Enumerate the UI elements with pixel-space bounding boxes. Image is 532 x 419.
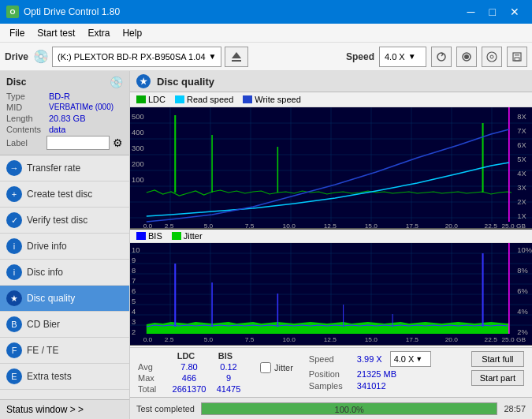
minimize-button[interactable]: ─ — [461, 5, 482, 19]
samples-row: Samples 341012 — [309, 381, 456, 391]
svg-text:7.5: 7.5 — [245, 336, 255, 343]
start-full-button[interactable]: Start full — [471, 351, 524, 367]
top-chart-svg: 500 400 300 200 100 8X 7X 6X 5X 4X 3X 2X… — [130, 107, 532, 230]
total-label: Total — [138, 384, 166, 394]
toolbar-cdburn-button[interactable] — [482, 47, 502, 67]
svg-text:17.5: 17.5 — [406, 336, 419, 343]
jitter-row: Jitter — [260, 362, 293, 373]
sidebar-item-extra-tests[interactable]: E Extra tests — [0, 364, 129, 390]
eject-button[interactable] — [225, 47, 248, 67]
svg-text:15.0: 15.0 — [365, 336, 378, 343]
label-settings-icon[interactable]: ⚙ — [113, 137, 123, 149]
speed-value: 4.0 X — [385, 52, 405, 62]
status-window-label: Status window > > — [6, 404, 84, 415]
bis-color — [136, 232, 146, 240]
transfer-rate-icon: → — [6, 160, 22, 176]
disc-label-row: Label ⚙ — [6, 136, 123, 150]
svg-text:2.5: 2.5 — [165, 223, 174, 230]
type-label: Type — [6, 92, 46, 101]
sidebar-item-drive-info[interactable]: i Drive info — [0, 234, 129, 260]
svg-text:4%: 4% — [517, 308, 528, 316]
speed-select[interactable]: 4.0 X ▼ — [390, 351, 431, 367]
avg-label: Avg — [138, 362, 166, 372]
jitter-checkbox[interactable] — [260, 362, 271, 373]
disc-icon[interactable]: 💿 — [110, 76, 123, 88]
menu-extra[interactable]: Extra — [81, 26, 116, 40]
svg-text:4: 4 — [132, 308, 136, 316]
menu-bar: File Start test Extra Help — [0, 24, 532, 43]
speed-dropdown[interactable]: 4.0 X ▼ — [379, 47, 426, 67]
sidebar-item-create-test-disc[interactable]: + Create test disc — [0, 181, 129, 208]
toolbar-settings-button[interactable] — [456, 47, 477, 67]
sidebar-item-label: FE / TE — [27, 345, 58, 356]
refresh-icon — [436, 51, 447, 62]
mid-label: MID — [6, 103, 46, 112]
sidebar-item-transfer-rate[interactable]: → Transfer rate — [0, 155, 129, 181]
disc-length-row: Length 20.83 GB — [6, 114, 123, 123]
speed-select-value: 4.0 X — [394, 354, 415, 364]
jitter-section: Jitter — [260, 351, 293, 373]
svg-text:20.0: 20.0 — [445, 223, 459, 230]
svg-text:1X: 1X — [517, 212, 526, 220]
bottom-chart: 10 9 8 7 6 5 4 3 2 10% 8% 6% 4% 2% — [130, 243, 532, 346]
disc-header: Disc 💿 — [6, 76, 123, 88]
svg-text:5.0: 5.0 — [204, 336, 214, 343]
samples-label: Samples — [309, 381, 352, 391]
drive-name: (K:) PLEXTOR BD-R PX-B950SA 1.04 — [58, 52, 205, 62]
bis-label: BIS — [148, 231, 162, 241]
svg-text:22.5: 22.5 — [485, 336, 498, 343]
top-chart: 500 400 300 200 100 8X 7X 6X 5X 4X 3X 2X… — [130, 107, 532, 230]
bottom-chart-svg: 10 9 8 7 6 5 4 3 2 10% 8% 6% 4% 2% — [130, 243, 532, 346]
svg-point-6 — [490, 55, 493, 58]
sidebar-item-verify-test-disc[interactable]: ✓ Verify test disc — [0, 208, 129, 234]
svg-text:17.5: 17.5 — [406, 223, 419, 230]
ldc-bis-stats: LDC BIS Avg 7.80 0.12 Max 466 9 Total 26… — [138, 351, 244, 394]
disc-mid-row: MID VERBATIMe (000) — [6, 103, 123, 112]
speed-arrow-icon: ▼ — [408, 52, 416, 61]
disc-quality-header: ★ Disc quality — [130, 71, 532, 92]
settings-icon — [461, 51, 472, 62]
sidebar-item-cd-bier[interactable]: B CD Bier — [0, 312, 129, 338]
title-bar: O Opti Drive Control 1.80 ─ □ ✕ — [0, 0, 532, 24]
total-row: Total 2661370 41475 — [138, 384, 244, 394]
sidebar-item-disc-info[interactable]: i Disc info — [0, 260, 129, 286]
drive-dropdown[interactable]: (K:) PLEXTOR BD-R PX-B950SA 1.04 ▼ — [52, 47, 221, 67]
toolbar-save-button[interactable] — [507, 47, 527, 67]
stats-footer: LDC BIS Avg 7.80 0.12 Max 466 9 Total 26… — [130, 347, 532, 397]
extra-tests-icon: E — [6, 368, 22, 384]
samples-value: 341012 — [357, 381, 386, 391]
sidebar-item-fe-te[interactable]: F FE / TE — [0, 338, 129, 364]
status-window-button[interactable]: Status window > > — [0, 399, 129, 419]
disc-quality-icon: ★ — [6, 290, 22, 306]
start-part-button[interactable]: Start part — [471, 370, 524, 386]
sidebar-item-disc-quality[interactable]: ★ Disc quality — [0, 286, 129, 312]
label-input[interactable] — [47, 136, 110, 150]
svg-text:25.0 GB: 25.0 GB — [501, 336, 526, 343]
menu-help[interactable]: Help — [116, 26, 148, 40]
position-label: Position — [309, 369, 352, 379]
svg-text:3X: 3X — [517, 184, 526, 192]
sidebar-disc-section: Disc 💿 Type BD-R MID VERBATIMe (000) Len… — [0, 71, 129, 155]
close-button[interactable]: ✕ — [504, 5, 526, 19]
svg-text:7X: 7X — [517, 127, 526, 135]
max-bis: 9 — [213, 373, 244, 383]
menu-start-test[interactable]: Start test — [31, 26, 81, 40]
menu-file[interactable]: File — [3, 26, 31, 40]
max-row: Max 466 9 — [138, 373, 244, 383]
maximize-button[interactable]: □ — [483, 5, 502, 19]
position-value: 21325 MB — [357, 369, 396, 379]
sidebar-item-label: Disc quality — [27, 293, 75, 304]
sidebar-item-label: Drive info — [27, 241, 67, 252]
progress-section: Test completed 100.0% 28:57 — [130, 397, 532, 419]
speed-label: Speed — [309, 354, 352, 364]
progress-time: 28:57 — [504, 404, 526, 413]
sidebar-item-label: Extra tests — [27, 371, 72, 382]
svg-text:10%: 10% — [517, 246, 532, 254]
svg-text:300: 300 — [132, 144, 144, 152]
svg-text:100: 100 — [132, 176, 144, 184]
toolbar-refresh-button[interactable] — [431, 47, 452, 67]
avg-row: Avg 7.80 0.12 — [138, 362, 244, 372]
sidebar-nav: → Transfer rate + Create test disc ✓ Ver… — [0, 155, 129, 399]
mid-value: VERBATIMe (000) — [49, 103, 113, 112]
speed-value: 3.99 X — [357, 354, 382, 364]
